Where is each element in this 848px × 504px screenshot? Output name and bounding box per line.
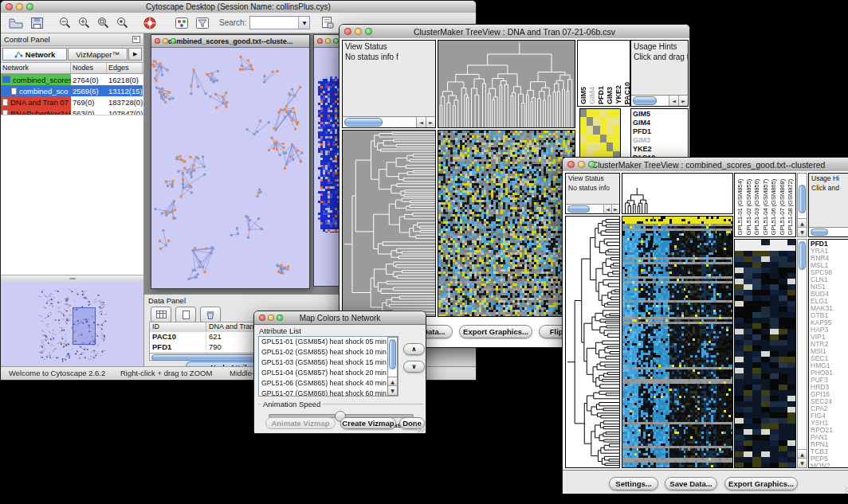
scroll-down-arrow[interactable]: ▼ bbox=[798, 227, 807, 236]
column-label[interactable]: GPL51-06 (GSM865) bbox=[770, 179, 779, 236]
minimize-button[interactable] bbox=[268, 315, 274, 321]
gene-label[interactable]: MON2 bbox=[809, 463, 848, 468]
zoom-button[interactable] bbox=[171, 38, 176, 44]
network-list-empty-area[interactable] bbox=[1, 115, 143, 275]
hscroll-thumb[interactable] bbox=[811, 229, 828, 236]
minimize-button[interactable] bbox=[163, 38, 168, 44]
treeview-combined-titlebar[interactable]: ClusterMaker TreeView : combined_scores_… bbox=[563, 158, 848, 172]
settings-button[interactable]: Settings... bbox=[609, 477, 658, 490]
help-button[interactable] bbox=[139, 15, 160, 31]
zoom-out-button[interactable] bbox=[55, 15, 74, 31]
attribute-item[interactable]: GPL51-03 (GSM856) heat shock 15 min bbox=[259, 357, 398, 368]
vizmap-button[interactable] bbox=[171, 15, 192, 31]
column-label[interactable]: PAC10 bbox=[623, 82, 630, 104]
attribute-item[interactable]: GPL51-04 (GSM857) heat shock 20 min bbox=[259, 368, 398, 378]
close-button[interactable] bbox=[259, 315, 265, 321]
vscroll-thumb[interactable] bbox=[389, 339, 396, 369]
birdseye-view[interactable] bbox=[1, 281, 143, 368]
col-nodes[interactable]: Nodes bbox=[71, 63, 107, 73]
attribute-item[interactable]: GPL51-07 (GSM868) heat shock 60 min bbox=[259, 389, 398, 397]
network-row[interactable]: combined_scores 2764(0) 16218(0) bbox=[1, 74, 143, 85]
tab-network[interactable]: Network bbox=[2, 48, 67, 61]
tab-vizmapper[interactable]: VizMapper™ bbox=[68, 48, 128, 61]
zoom-fit-button[interactable] bbox=[93, 15, 112, 31]
column-label[interactable]: GIM5 bbox=[579, 87, 587, 104]
scroll-right-arrow[interactable]: ► bbox=[611, 205, 619, 213]
labels-vscrollbar[interactable]: ▲ ▼ bbox=[797, 173, 807, 237]
scroll-left-arrow[interactable]: ◄ bbox=[603, 205, 611, 213]
save-data-button[interactable]: Save Data... bbox=[665, 477, 717, 490]
column-label[interactable]: GIM3 bbox=[606, 87, 614, 104]
treeview-dna-titlebar[interactable]: ClusterMaker TreeView : DNA and Tran 07-… bbox=[340, 25, 689, 39]
move-down-button[interactable]: ∨ bbox=[403, 361, 425, 373]
minimize-button[interactable] bbox=[578, 161, 585, 168]
attribute-item[interactable]: GPL51-01 (GSM854) heat shock 05 min bbox=[259, 337, 398, 347]
search-input[interactable]: ▼ bbox=[249, 16, 310, 29]
usage-hints-hscrollbar[interactable]: ◄ ► bbox=[631, 95, 688, 106]
col-network[interactable]: Network bbox=[1, 63, 71, 73]
genes-vscrollbar[interactable]: ▲ ▼ bbox=[797, 239, 807, 468]
network-view-1-titlebar[interactable]: combined_scores_good.txt--cluste... bbox=[151, 35, 309, 48]
float-panel-button[interactable] bbox=[132, 36, 140, 43]
network-canvas[interactable] bbox=[151, 48, 308, 287]
network-row[interactable]: combined_sco 2569(6) 13112(15) bbox=[1, 85, 143, 96]
attribute-item[interactable]: GPL51-02 (GSM855) heat shock 10 min bbox=[259, 347, 398, 357]
column-dendrogram-canvas[interactable] bbox=[622, 174, 732, 213]
close-button[interactable] bbox=[6, 3, 13, 10]
column-label[interactable]: GPL51-03 (GSM856) bbox=[753, 179, 762, 236]
column-label[interactable]: GPL51-04 (GSM857) bbox=[762, 179, 771, 236]
zoom-button[interactable] bbox=[26, 3, 33, 10]
attribute-browser-button[interactable] bbox=[316, 15, 339, 31]
cytoscape-titlebar[interactable]: Cytoscape Desktop (Session Name: collins… bbox=[1, 1, 476, 14]
row-label[interactable]: YKE2 bbox=[631, 145, 688, 154]
open-file-button[interactable] bbox=[6, 15, 26, 31]
network-row[interactable]: DNA and Tran 07 769(0) 183728(0) bbox=[1, 96, 143, 107]
scroll-right-arrow[interactable]: ► bbox=[678, 96, 688, 106]
scroll-left-arrow[interactable]: ◄ bbox=[669, 96, 678, 106]
tab-overflow-button[interactable]: ▶ bbox=[128, 48, 142, 61]
export-graphics-button[interactable]: Export Graphics... bbox=[459, 325, 532, 338]
list-vscrollbar[interactable]: ▲ ▼ bbox=[387, 337, 398, 396]
save-session-button[interactable] bbox=[26, 15, 47, 31]
attribute-item[interactable]: GPL51-06 (GSM865) heat shock 40 min bbox=[259, 378, 398, 389]
row-dendrogram-canvas[interactable] bbox=[343, 131, 435, 316]
scroll-down-arrow[interactable]: ▼ bbox=[388, 385, 397, 395]
vscroll-thumb[interactable] bbox=[799, 185, 806, 213]
scroll-down-arrow[interactable]: ▼ bbox=[798, 458, 807, 467]
column-label[interactable]: GPL51-07 (GSM868) bbox=[779, 179, 787, 236]
column-dendrogram-canvas[interactable] bbox=[438, 41, 575, 127]
hscroll-thumb[interactable] bbox=[344, 118, 383, 127]
col-id[interactable]: ID bbox=[150, 322, 206, 332]
resize-grip[interactable] bbox=[845, 486, 848, 494]
attribute-listbox[interactable]: GPL51-01 (GSM854) heat shock 05 minGPL51… bbox=[258, 336, 398, 397]
zoom-button[interactable] bbox=[365, 28, 372, 35]
hscroll-thumb[interactable] bbox=[567, 205, 590, 213]
minimize-button[interactable] bbox=[355, 28, 362, 35]
row-label[interactable]: GIM4 bbox=[631, 119, 688, 127]
heatmap-canvas[interactable] bbox=[438, 131, 575, 316]
animate-vizmap-button[interactable]: Animate Vizmap bbox=[265, 417, 336, 429]
row-label[interactable]: PFD1 bbox=[631, 127, 688, 136]
delete-attribute-button[interactable] bbox=[200, 307, 221, 322]
close-button[interactable] bbox=[567, 161, 575, 168]
row-dendrogram-canvas[interactable] bbox=[566, 217, 619, 467]
create-attribute-button[interactable] bbox=[175, 307, 196, 322]
birdseye-network-canvas[interactable] bbox=[1, 281, 143, 368]
close-button[interactable] bbox=[344, 28, 351, 35]
resize-grip[interactable] bbox=[416, 424, 425, 432]
search-dropdown-arrow[interactable]: ▼ bbox=[298, 17, 309, 29]
column-label[interactable]: GPL51-01 (GSM854) bbox=[736, 179, 745, 236]
minimize-button[interactable] bbox=[325, 38, 331, 44]
filter-button[interactable] bbox=[192, 15, 213, 31]
close-button[interactable] bbox=[155, 38, 160, 44]
column-label[interactable]: GPL51-08 (GSM872) bbox=[787, 179, 795, 236]
view-status-hscrollbar[interactable]: ◄ ► bbox=[566, 204, 619, 213]
column-label[interactable]: GIM4 bbox=[588, 87, 596, 104]
mini-heatmap-canvas[interactable] bbox=[580, 109, 620, 160]
column-label[interactable]: PFD1 bbox=[597, 86, 605, 104]
row-label[interactable]: GIM5 bbox=[631, 110, 688, 119]
row-label[interactable]: GIM3 bbox=[631, 136, 688, 145]
heatmap-canvas[interactable] bbox=[622, 217, 732, 467]
dialog-titlebar[interactable]: Map Colors to Network bbox=[254, 311, 426, 325]
close-button[interactable] bbox=[317, 38, 323, 44]
